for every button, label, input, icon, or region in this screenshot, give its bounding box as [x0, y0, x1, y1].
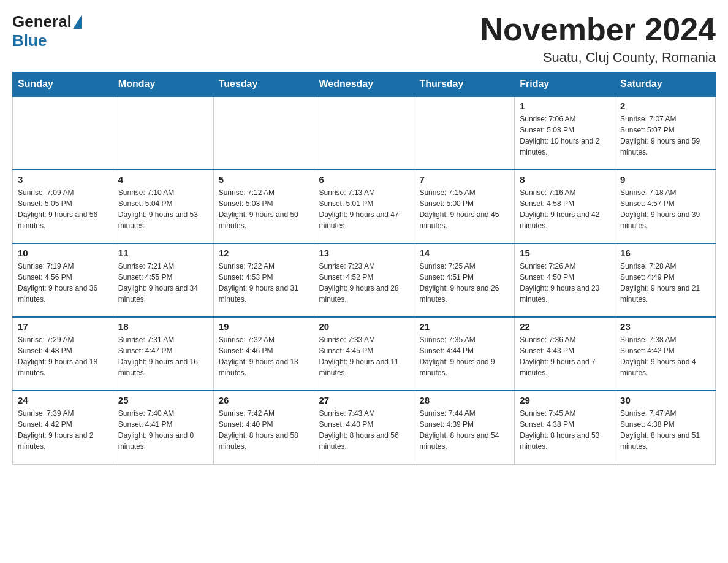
calendar-cell: 7Sunrise: 7:15 AM Sunset: 5:00 PM Daylig…	[414, 170, 515, 243]
day-number: 24	[18, 395, 108, 405]
day-info: Sunrise: 7:07 AM Sunset: 5:07 PM Dayligh…	[620, 113, 710, 158]
calendar-cell	[414, 96, 515, 170]
day-info: Sunrise: 7:13 AM Sunset: 5:01 PM Dayligh…	[319, 187, 409, 231]
calendar-cell: 11Sunrise: 7:21 AM Sunset: 4:55 PM Dayli…	[113, 243, 213, 317]
page-header: General Blue November 2024 Suatu, Cluj C…	[12, 12, 716, 66]
calendar-week-1: 1Sunrise: 7:06 AM Sunset: 5:08 PM Daylig…	[13, 96, 716, 170]
day-number: 25	[118, 395, 208, 405]
day-number: 1	[520, 101, 610, 111]
day-number: 5	[219, 174, 309, 185]
calendar-header-sunday: Sunday	[13, 72, 113, 97]
day-info: Sunrise: 7:40 AM Sunset: 4:41 PM Dayligh…	[118, 408, 208, 452]
day-info: Sunrise: 7:33 AM Sunset: 4:45 PM Dayligh…	[319, 334, 409, 378]
logo-blue-text: Blue	[12, 31, 47, 50]
day-info: Sunrise: 7:19 AM Sunset: 4:56 PM Dayligh…	[18, 261, 108, 305]
day-info: Sunrise: 7:29 AM Sunset: 4:48 PM Dayligh…	[18, 334, 108, 378]
calendar-cell	[13, 96, 113, 170]
day-info: Sunrise: 7:09 AM Sunset: 5:05 PM Dayligh…	[18, 187, 108, 231]
day-number: 20	[319, 321, 409, 332]
day-number: 29	[520, 395, 610, 405]
day-number: 16	[620, 248, 710, 258]
day-number: 27	[319, 395, 409, 405]
calendar-cell: 24Sunrise: 7:39 AM Sunset: 4:42 PM Dayli…	[13, 391, 113, 464]
day-info: Sunrise: 7:36 AM Sunset: 4:43 PM Dayligh…	[520, 334, 610, 378]
day-info: Sunrise: 7:16 AM Sunset: 4:58 PM Dayligh…	[520, 187, 610, 231]
day-info: Sunrise: 7:35 AM Sunset: 4:44 PM Dayligh…	[419, 334, 509, 378]
day-info: Sunrise: 7:12 AM Sunset: 5:03 PM Dayligh…	[219, 187, 309, 231]
day-number: 28	[419, 395, 509, 405]
calendar-cell	[113, 96, 213, 170]
day-number: 17	[18, 321, 108, 332]
calendar-cell: 15Sunrise: 7:26 AM Sunset: 4:50 PM Dayli…	[515, 243, 615, 317]
calendar-cell: 28Sunrise: 7:44 AM Sunset: 4:39 PM Dayli…	[414, 391, 515, 464]
calendar-table: SundayMondayTuesdayWednesdayThursdayFrid…	[12, 72, 716, 465]
calendar-cell: 27Sunrise: 7:43 AM Sunset: 4:40 PM Dayli…	[314, 391, 414, 464]
calendar-cell: 1Sunrise: 7:06 AM Sunset: 5:08 PM Daylig…	[515, 96, 615, 170]
day-number: 21	[419, 321, 509, 332]
calendar-cell: 4Sunrise: 7:10 AM Sunset: 5:04 PM Daylig…	[113, 170, 213, 243]
calendar-week-3: 10Sunrise: 7:19 AM Sunset: 4:56 PM Dayli…	[13, 243, 716, 317]
day-number: 14	[419, 248, 509, 258]
calendar-cell: 12Sunrise: 7:22 AM Sunset: 4:53 PM Dayli…	[213, 243, 314, 317]
calendar-header-tuesday: Tuesday	[213, 72, 314, 97]
calendar-header-thursday: Thursday	[414, 72, 515, 97]
calendar-cell: 17Sunrise: 7:29 AM Sunset: 4:48 PM Dayli…	[13, 317, 113, 391]
calendar-cell: 5Sunrise: 7:12 AM Sunset: 5:03 PM Daylig…	[213, 170, 314, 243]
day-info: Sunrise: 7:31 AM Sunset: 4:47 PM Dayligh…	[118, 334, 208, 378]
day-number: 26	[219, 395, 309, 405]
day-number: 10	[18, 248, 108, 258]
day-info: Sunrise: 7:25 AM Sunset: 4:51 PM Dayligh…	[419, 261, 509, 305]
day-number: 22	[520, 321, 610, 332]
day-number: 23	[620, 321, 710, 332]
day-number: 15	[520, 248, 610, 258]
calendar-cell: 23Sunrise: 7:38 AM Sunset: 4:42 PM Dayli…	[615, 317, 716, 391]
day-info: Sunrise: 7:26 AM Sunset: 4:50 PM Dayligh…	[520, 261, 610, 305]
day-info: Sunrise: 7:22 AM Sunset: 4:53 PM Dayligh…	[219, 261, 309, 305]
calendar-cell: 19Sunrise: 7:32 AM Sunset: 4:46 PM Dayli…	[213, 317, 314, 391]
day-info: Sunrise: 7:43 AM Sunset: 4:40 PM Dayligh…	[319, 408, 409, 452]
day-number: 7	[419, 174, 509, 185]
day-number: 2	[620, 101, 710, 111]
calendar-cell: 30Sunrise: 7:47 AM Sunset: 4:38 PM Dayli…	[615, 391, 716, 464]
day-number: 11	[118, 248, 208, 258]
day-info: Sunrise: 7:18 AM Sunset: 4:57 PM Dayligh…	[620, 187, 710, 231]
calendar-cell: 16Sunrise: 7:28 AM Sunset: 4:49 PM Dayli…	[615, 243, 716, 317]
calendar-cell: 26Sunrise: 7:42 AM Sunset: 4:40 PM Dayli…	[213, 391, 314, 464]
day-info: Sunrise: 7:47 AM Sunset: 4:38 PM Dayligh…	[620, 408, 710, 452]
calendar-header-wednesday: Wednesday	[314, 72, 414, 97]
day-number: 9	[620, 174, 710, 185]
day-info: Sunrise: 7:38 AM Sunset: 4:42 PM Dayligh…	[620, 334, 710, 378]
calendar-cell: 13Sunrise: 7:23 AM Sunset: 4:52 PM Dayli…	[314, 243, 414, 317]
calendar-header-monday: Monday	[113, 72, 213, 97]
logo-general-text: General	[12, 12, 72, 31]
calendar-cell	[213, 96, 314, 170]
calendar-cell: 18Sunrise: 7:31 AM Sunset: 4:47 PM Dayli…	[113, 317, 213, 391]
calendar-cell: 22Sunrise: 7:36 AM Sunset: 4:43 PM Dayli…	[515, 317, 615, 391]
calendar-cell: 2Sunrise: 7:07 AM Sunset: 5:07 PM Daylig…	[615, 96, 716, 170]
day-number: 6	[319, 174, 409, 185]
day-info: Sunrise: 7:39 AM Sunset: 4:42 PM Dayligh…	[18, 408, 108, 452]
calendar-cell: 14Sunrise: 7:25 AM Sunset: 4:51 PM Dayli…	[414, 243, 515, 317]
day-info: Sunrise: 7:28 AM Sunset: 4:49 PM Dayligh…	[620, 261, 710, 305]
day-info: Sunrise: 7:10 AM Sunset: 5:04 PM Dayligh…	[118, 187, 208, 231]
calendar-cell: 29Sunrise: 7:45 AM Sunset: 4:38 PM Dayli…	[515, 391, 615, 464]
day-info: Sunrise: 7:44 AM Sunset: 4:39 PM Dayligh…	[419, 408, 509, 452]
day-number: 13	[319, 248, 409, 258]
calendar-cell: 6Sunrise: 7:13 AM Sunset: 5:01 PM Daylig…	[314, 170, 414, 243]
day-info: Sunrise: 7:15 AM Sunset: 5:00 PM Dayligh…	[419, 187, 509, 231]
calendar-week-5: 24Sunrise: 7:39 AM Sunset: 4:42 PM Dayli…	[13, 391, 716, 464]
calendar-cell: 21Sunrise: 7:35 AM Sunset: 4:44 PM Dayli…	[414, 317, 515, 391]
day-number: 19	[219, 321, 309, 332]
day-info: Sunrise: 7:21 AM Sunset: 4:55 PM Dayligh…	[118, 261, 208, 305]
calendar-cell: 9Sunrise: 7:18 AM Sunset: 4:57 PM Daylig…	[615, 170, 716, 243]
day-info: Sunrise: 7:32 AM Sunset: 4:46 PM Dayligh…	[219, 334, 309, 378]
calendar-week-4: 17Sunrise: 7:29 AM Sunset: 4:48 PM Dayli…	[13, 317, 716, 391]
day-number: 12	[219, 248, 309, 258]
calendar-cell: 10Sunrise: 7:19 AM Sunset: 4:56 PM Dayli…	[13, 243, 113, 317]
location: Suatu, Cluj County, Romania	[480, 50, 716, 66]
logo: General Blue	[12, 12, 83, 50]
calendar-header-friday: Friday	[515, 72, 615, 97]
day-number: 4	[118, 174, 208, 185]
day-number: 30	[620, 395, 710, 405]
logo-triangle-icon	[73, 15, 82, 29]
